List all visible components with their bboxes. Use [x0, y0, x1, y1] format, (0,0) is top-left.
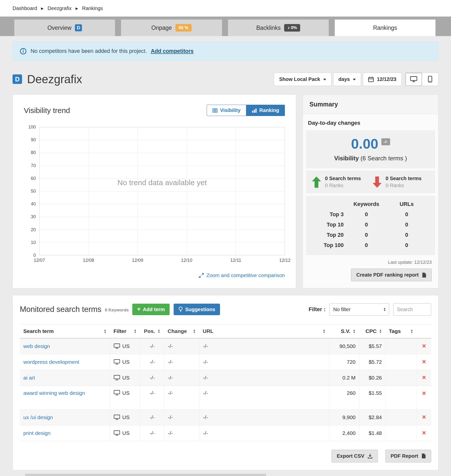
- column-header-cpc[interactable]: CPC ▲▼: [359, 324, 385, 338]
- tags-value: [385, 370, 417, 386]
- rank-bucket-urls: 0: [383, 222, 431, 228]
- x-tick-label: 12/09: [132, 258, 143, 263]
- breadcrumb: Dashboard ▶ Deezgrafix ▶ Rankings: [0, 0, 451, 17]
- column-header-pos[interactable]: Pos. ▲▼: [140, 324, 164, 338]
- days-dropdown[interactable]: days: [333, 73, 361, 86]
- suggestions-button[interactable]: Suggestions: [174, 304, 220, 315]
- chart-empty-message: No trend data available yet: [40, 178, 285, 187]
- gridline: [40, 229, 285, 230]
- download-icon: [368, 453, 373, 458]
- cpc-value: $5.72: [359, 354, 385, 370]
- y-tick-label: 90: [31, 137, 36, 143]
- rank-bucket-keywords: 0: [350, 242, 383, 249]
- export-csv-button[interactable]: Export CSV: [331, 450, 378, 462]
- sort-icon[interactable]: ▲▼: [134, 329, 137, 333]
- rank-bucket-label: Top 3: [310, 211, 350, 218]
- y-tick-label: 100: [28, 125, 36, 130]
- tab-rankings-label: Rankings: [373, 25, 397, 31]
- trend-card-title: Visibility trend: [24, 106, 70, 115]
- filter-country: US: [122, 414, 130, 420]
- search-term-link[interactable]: web design: [23, 343, 50, 349]
- bar-chart-icon: [252, 108, 257, 113]
- search-input[interactable]: [393, 303, 431, 316]
- tab-onpage[interactable]: Onpage 65 %: [121, 20, 222, 36]
- desktop-icon: [114, 343, 120, 349]
- sort-icon[interactable]: ▲▼: [104, 329, 106, 333]
- onpage-score-badge: 65 %: [175, 24, 192, 32]
- x-tick-label: 12/10: [181, 258, 192, 263]
- sort-icon[interactable]: ▲▼: [353, 329, 356, 333]
- tab-rankings[interactable]: Rankings: [335, 20, 435, 36]
- down-search-terms: 0 Search terms: [386, 176, 421, 181]
- visibility-toggle-button[interactable]: Visibility: [207, 105, 246, 116]
- delete-icon[interactable]: ×: [422, 430, 426, 436]
- pdf-report-button[interactable]: PDF Report: [385, 450, 431, 462]
- sort-icon[interactable]: ▲▼: [379, 329, 382, 333]
- column-header-sv[interactable]: S.V. ▲▼: [329, 324, 359, 338]
- rank-bucket-label: Top 20: [310, 232, 350, 238]
- sort-icon[interactable]: ▲▼: [410, 329, 413, 333]
- delete-icon[interactable]: ×: [422, 359, 426, 365]
- delete-icon[interactable]: ×: [422, 374, 426, 381]
- mobile-toggle-button[interactable]: [422, 73, 438, 86]
- search-volume-value: 90,500: [329, 338, 359, 354]
- position-value: -/-: [140, 338, 164, 354]
- column-header-url[interactable]: URL ▲▼: [199, 324, 329, 338]
- filter-country: US: [122, 343, 130, 349]
- y-tick-label: 70: [31, 163, 36, 168]
- delete-icon[interactable]: ×: [422, 343, 426, 349]
- date-picker-button[interactable]: 12/12/23: [363, 73, 402, 86]
- sort-icon[interactable]: ▲▼: [193, 329, 196, 333]
- alert-text: No competitors have been added for this …: [31, 48, 147, 54]
- summary-title: Summary: [303, 95, 438, 114]
- search-term-link[interactable]: ai art: [23, 375, 35, 381]
- column-header-tags[interactable]: Tags ▲▼: [385, 324, 417, 338]
- breadcrumb-item-project[interactable]: Deezgrafix: [48, 6, 72, 11]
- rank-up-summary: 0 Search terms 0 Ranks: [310, 176, 371, 188]
- tags-value: [385, 425, 417, 441]
- create-pdf-report-button[interactable]: Create PDF ranking report: [351, 269, 432, 281]
- filter-select[interactable]: No filter ▲▼: [329, 303, 389, 316]
- sort-icon[interactable]: ▲▼: [323, 329, 325, 333]
- rank-down-summary: 0 Search terms 0 Ranks: [371, 176, 431, 188]
- add-term-button[interactable]: + Add term: [132, 304, 170, 315]
- desktop-toggle-button[interactable]: [405, 73, 422, 86]
- position-value: -/-: [140, 425, 164, 441]
- grid-icon: [212, 108, 217, 113]
- visibility-change-badge: -/-: [381, 138, 390, 145]
- breadcrumb-item-rankings[interactable]: Rankings: [82, 6, 103, 11]
- search-term-link[interactable]: print design: [23, 430, 51, 436]
- arrow-down-icon: [373, 176, 382, 188]
- zoom-comparison-link[interactable]: Zoom and competitive comparison: [199, 272, 285, 278]
- document-icon: [421, 453, 426, 459]
- gridline: [40, 140, 285, 140]
- search-term-link[interactable]: ux /ui design: [23, 414, 53, 420]
- tab-backlinks[interactable]: Backlinks 0%: [228, 20, 329, 36]
- search-term-link[interactable]: award winning web design: [23, 390, 85, 396]
- delete-icon[interactable]: ×: [422, 390, 426, 397]
- search-term-link[interactable]: wordpress development: [23, 359, 79, 365]
- column-header-search-term[interactable]: Search term ▲▼: [20, 324, 110, 338]
- breadcrumb-item-dashboard[interactable]: Dashboard: [13, 6, 37, 11]
- breadcrumb-separator-icon: ▶: [41, 7, 44, 10]
- rank-movement-panel: 0 Search terms 0 Ranks 0 Search terms 0 …: [306, 171, 435, 193]
- ranking-toggle-button[interactable]: Ranking: [246, 105, 285, 116]
- table-row: wordpress development US -/- -/- -/- 720…: [20, 354, 431, 370]
- project-logo: D: [13, 74, 22, 84]
- column-header-filter[interactable]: Filter ▲▼: [110, 324, 140, 338]
- table-row: ux /ui design US -/- -/- -/- 9,900 $2.84…: [20, 410, 431, 425]
- cpc-value: $2.84: [359, 410, 385, 425]
- terms-card-title: Monitored search terms: [20, 305, 101, 314]
- url-value: -/-: [199, 338, 329, 354]
- position-value: -/-: [140, 386, 164, 409]
- expand-icon: [199, 273, 204, 278]
- sort-icon[interactable]: ▲▼: [158, 329, 160, 333]
- tab-overview[interactable]: Overview D: [14, 20, 115, 36]
- add-competitors-link[interactable]: Add competitors: [151, 48, 194, 54]
- local-pack-dropdown[interactable]: Show Local Pack: [274, 73, 331, 86]
- rank-bucket-urls: 0: [383, 232, 431, 238]
- delete-icon[interactable]: ×: [422, 414, 426, 421]
- column-header-change[interactable]: Change ▲▼: [164, 324, 199, 338]
- search-volume-value: 260: [329, 386, 359, 409]
- url-value: -/-: [199, 370, 329, 386]
